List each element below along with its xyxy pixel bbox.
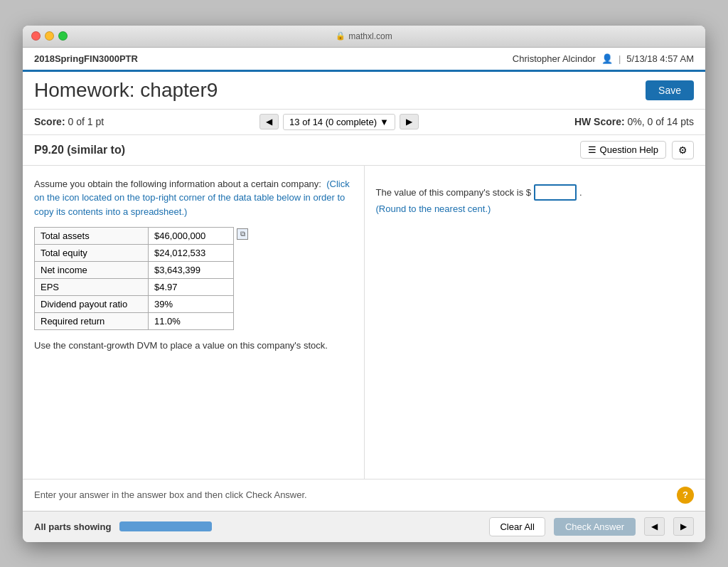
round-text: (Round to the nearest cent.) bbox=[376, 203, 491, 214]
answer-input[interactable] bbox=[534, 184, 577, 201]
url-bar: 🔒 mathxl.com bbox=[336, 31, 392, 41]
table-row: Total assets $46,000,000 ⧉ bbox=[35, 228, 249, 245]
close-button[interactable] bbox=[31, 31, 41, 41]
question-help-button[interactable]: ☰ Question Help bbox=[580, 141, 666, 159]
app-window: 🔒 mathxl.com 2018SpringFIN3000PTR Christ… bbox=[23, 26, 705, 542]
hw-score: HW Score: 0%, 0 of 14 pts bbox=[574, 116, 694, 127]
settings-button[interactable]: ⚙ bbox=[672, 141, 694, 159]
progress-bar-fill bbox=[119, 521, 212, 531]
gear-icon: ⚙ bbox=[678, 144, 687, 156]
dvm-instruction: Use the constant-growth DVM to place a v… bbox=[34, 340, 353, 351]
copy-icon[interactable]: ⧉ bbox=[237, 228, 248, 240]
question-header: P9.20 (similar to) ☰ Question Help ⚙ bbox=[23, 135, 705, 166]
answer-prefix: The value of this company's stock is $ bbox=[376, 187, 532, 198]
titlebar: 🔒 mathxl.com bbox=[23, 26, 705, 48]
table-cell-value: $46,000,000 bbox=[149, 228, 234, 245]
check-answer-button[interactable]: Check Answer bbox=[554, 518, 636, 536]
table-cell-label: Required return bbox=[35, 313, 149, 330]
divider: | bbox=[619, 53, 621, 64]
hw-score-label: HW Score: bbox=[574, 116, 625, 127]
nav-next-button[interactable]: ▶ bbox=[400, 114, 419, 129]
table-row: Net income $3,643,399 bbox=[35, 262, 249, 279]
bottom-nav-next-button[interactable]: ▶ bbox=[673, 517, 694, 536]
dropdown-arrow-icon: ▼ bbox=[380, 117, 389, 127]
table-row: Required return 11.0% bbox=[35, 313, 249, 330]
score-bar: Score: 0 of 1 pt ◀ 13 of 14 (0 complete)… bbox=[23, 110, 705, 135]
score-value: 0 of 1 pt bbox=[68, 116, 104, 127]
question-text: Assume you obtain the following informat… bbox=[34, 177, 353, 219]
table-cell-label: Dividend payout ratio bbox=[35, 296, 149, 313]
user-icon: 👤 bbox=[601, 53, 613, 64]
question-actions: ☰ Question Help ⚙ bbox=[580, 141, 694, 159]
question-text-part1: Assume you obtain the following informat… bbox=[34, 179, 321, 189]
content-header: Homework: chapter9 Save bbox=[23, 72, 705, 110]
table-cell-value: $4.97 bbox=[149, 279, 234, 296]
table-row: EPS $4.97 bbox=[35, 279, 249, 296]
copy-icon-cell: ⧉ bbox=[234, 228, 249, 330]
question-id: P9.20 (similar to) bbox=[34, 144, 125, 157]
minimize-button[interactable] bbox=[45, 31, 54, 41]
hw-score-value: 0%, 0 of 14 pts bbox=[628, 116, 694, 127]
all-parts-label: All parts showing bbox=[34, 521, 111, 532]
table-cell-value: 11.0% bbox=[149, 313, 234, 330]
right-panel: The value of this company's stock is $ .… bbox=[365, 166, 706, 479]
hint-text: Enter your answer in the answer box and … bbox=[34, 489, 307, 500]
list-icon: ☰ bbox=[588, 144, 596, 155]
progress-bar-container bbox=[119, 521, 212, 531]
titlebar-buttons bbox=[31, 31, 68, 41]
score-label: Score: bbox=[34, 116, 65, 127]
table-cell-label: EPS bbox=[35, 279, 149, 296]
data-table: Total assets $46,000,000 ⧉ Total equity … bbox=[34, 227, 248, 330]
nav-dropdown[interactable]: 13 of 14 (0 complete) ▼ bbox=[283, 114, 395, 130]
bottom-bar: All parts showing Clear All Check Answer… bbox=[23, 511, 705, 542]
user-info: Christopher Alcindor 👤 | 5/13/18 4:57 AM bbox=[513, 53, 694, 64]
course-id: 2018SpringFIN3000PTR bbox=[34, 53, 138, 64]
help-label: Question Help bbox=[600, 144, 658, 155]
score-left: Score: 0 of 1 pt bbox=[34, 116, 104, 127]
answer-suffix: . bbox=[579, 187, 582, 198]
help-circle-button[interactable]: ? bbox=[677, 487, 694, 504]
table-cell-value: 39% bbox=[149, 296, 234, 313]
table-cell-label: Total equity bbox=[35, 245, 149, 262]
nav-controls: ◀ 13 of 14 (0 complete) ▼ ▶ bbox=[259, 114, 419, 130]
header-bar: 2018SpringFIN3000PTR Christopher Alcindo… bbox=[23, 48, 705, 72]
left-panel: Assume you obtain the following informat… bbox=[23, 166, 365, 479]
save-button[interactable]: Save bbox=[646, 80, 694, 100]
table-cell-label: Net income bbox=[35, 262, 149, 279]
answer-area: The value of this company's stock is $ .… bbox=[376, 184, 695, 214]
table-row: Total equity $24,012,533 bbox=[35, 245, 249, 262]
maximize-button[interactable] bbox=[58, 31, 68, 41]
hw-title: Homework: chapter9 bbox=[34, 79, 218, 102]
main-content: Assume you obtain the following informat… bbox=[23, 166, 705, 479]
table-cell-value: $24,012,533 bbox=[149, 245, 234, 262]
clear-all-button[interactable]: Clear All bbox=[489, 517, 545, 536]
footer-hint: Enter your answer in the answer box and … bbox=[23, 479, 705, 511]
table-cell-value: $3,643,399 bbox=[149, 262, 234, 279]
nav-text: 13 of 14 (0 complete) bbox=[289, 117, 377, 127]
url-text: mathxl.com bbox=[348, 31, 392, 41]
datetime: 5/13/18 4:57 AM bbox=[626, 53, 694, 64]
table-row: Dividend payout ratio 39% bbox=[35, 296, 249, 313]
user-name: Christopher Alcindor bbox=[513, 53, 596, 64]
bottom-nav-prev-button[interactable]: ◀ bbox=[644, 517, 665, 536]
table-cell-label: Total assets bbox=[35, 228, 149, 245]
lock-icon: 🔒 bbox=[336, 31, 346, 41]
nav-prev-button[interactable]: ◀ bbox=[259, 114, 279, 129]
